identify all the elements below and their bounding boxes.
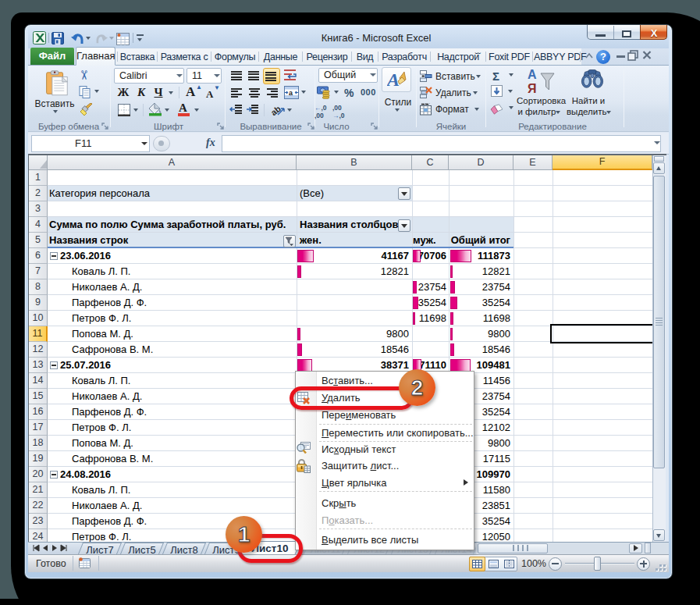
svg-text:A: A xyxy=(387,69,400,90)
svg-text:Я: Я xyxy=(528,82,537,95)
svg-text:ab: ab xyxy=(271,104,282,117)
svg-text:А: А xyxy=(528,68,537,81)
